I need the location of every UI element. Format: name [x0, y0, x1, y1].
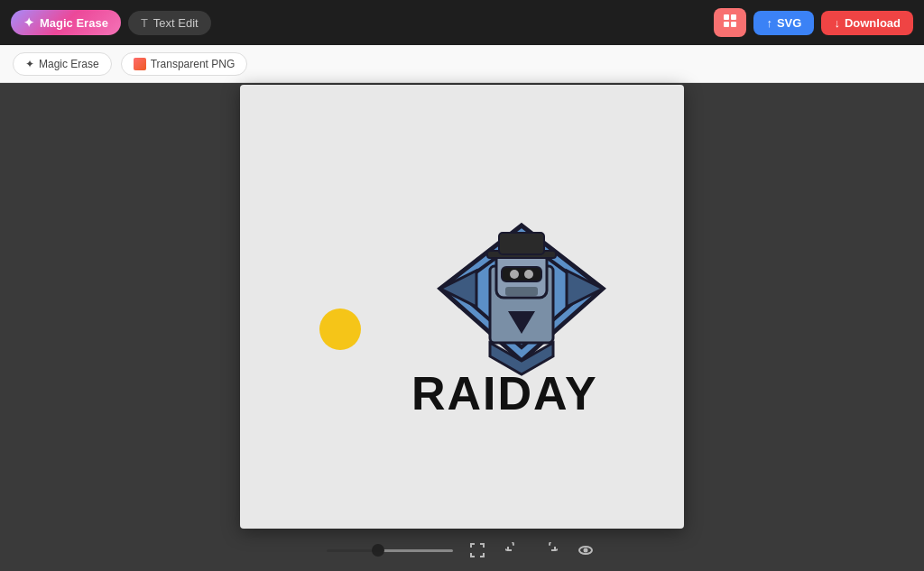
svg-rect-3 [731, 22, 736, 27]
text-edit-label: Text Edit [153, 16, 199, 30]
text-icon: T [141, 16, 148, 30]
download-icon: ↓ [834, 16, 840, 30]
svg-label: SVG [777, 16, 801, 30]
transparent-png-label: Transparent PNG [151, 58, 236, 70]
svg-point-19 [584, 548, 588, 553]
magic-erase-button[interactable]: ✦ Magic Erase [11, 10, 121, 35]
secondary-toolbar: ✦ Magic Erase Transparent PNG [0, 45, 924, 83]
eye-button[interactable] [574, 539, 597, 562]
yellow-dot [319, 309, 361, 350]
toolbar-right: ↑ SVG ↓ Download [714, 8, 913, 37]
download-button[interactable]: ↓ Download [821, 11, 913, 35]
main-area: RAIDAY [0, 83, 924, 530]
transparent-png-icon [134, 58, 146, 70]
svg-button[interactable]: ↑ SVG [753, 11, 814, 35]
canvas[interactable]: RAIDAY [240, 85, 684, 529]
svg-icon: ↑ [766, 16, 772, 30]
undo-button[interactable] [502, 539, 525, 562]
secondary-magic-icon: ✦ [25, 58, 34, 70]
grid-icon [723, 14, 737, 32]
secondary-magic-erase-label: Magic Erase [39, 58, 99, 70]
logo-area: RAIDAY [240, 85, 684, 529]
svg-rect-2 [724, 22, 729, 27]
svg-rect-0 [724, 14, 729, 20]
expand-button[interactable] [466, 539, 489, 562]
svg-point-11 [510, 270, 519, 279]
svg-rect-9 [499, 233, 544, 254]
secondary-magic-erase-button[interactable]: ✦ Magic Erase [13, 52, 112, 76]
grid-button[interactable] [714, 8, 746, 37]
svg-point-12 [524, 270, 533, 279]
logo-text: RAIDAY [411, 366, 598, 420]
bottom-controls [0, 530, 924, 571]
svg-rect-13 [505, 287, 538, 296]
svg-rect-1 [731, 14, 736, 20]
svg-rect-10 [502, 267, 541, 281]
text-edit-button[interactable]: T Text Edit [128, 11, 211, 35]
download-label: Download [845, 16, 901, 30]
redo-button[interactable] [538, 539, 561, 562]
top-toolbar: ✦ Magic Erase T Text Edit ↑ SVG ↓ Do [0, 0, 924, 45]
zoom-slider-container [327, 549, 453, 552]
zoom-slider[interactable] [327, 549, 453, 552]
transparent-png-button[interactable]: Transparent PNG [121, 52, 248, 76]
magic-erase-label: Magic Erase [40, 16, 108, 30]
magic-wand-icon: ✦ [23, 15, 34, 30]
toolbar-left: ✦ Magic Erase T Text Edit [11, 10, 211, 35]
